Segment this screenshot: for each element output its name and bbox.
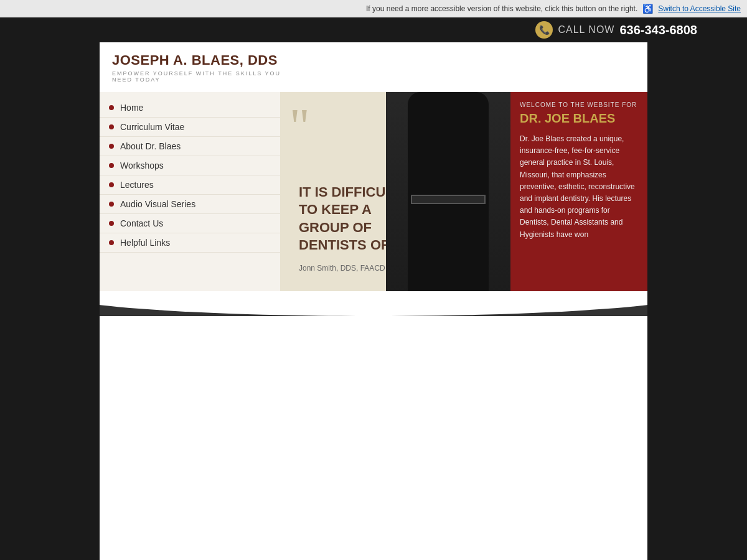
nav-links-label: Helpful Links [120, 238, 170, 248]
nav-home[interactable]: Home [100, 98, 280, 118]
nav-cv-label: Curriculum Vitae [120, 122, 184, 132]
right-panel: WELCOME TO THE WEBSITE FOR DR. JOE BLAES… [510, 92, 647, 291]
phone-number[interactable]: 636-343-6808 [619, 23, 697, 37]
doctor-name-heading: DR. JOE BLAES [520, 111, 638, 126]
nav-about[interactable]: About Dr. Blaes [100, 137, 280, 156]
curve-inner [100, 291, 647, 316]
accessibility-bar: If you need a more accessible version of… [0, 0, 747, 17]
nav-bullet [109, 163, 114, 168]
sidebar: Home Curriculum Vitae About Dr. Blaes Wo… [100, 92, 280, 291]
nav-lectures-label: Lectures [120, 180, 154, 190]
nav-audio-visual[interactable]: Audio Visual Series [100, 195, 280, 214]
nav-bullet [109, 240, 114, 245]
nav-bullet [109, 144, 114, 149]
call-label: CALL NOW [558, 24, 614, 35]
nav-audio-label: Audio Visual Series [120, 199, 195, 209]
nav-home-label: Home [120, 103, 143, 113]
accessible-message: If you need a more accessible version of… [366, 4, 637, 13]
curve-divider-top [100, 291, 647, 316]
nav-helpful-links[interactable]: Helpful Links [100, 233, 280, 253]
nav-workshops-label: Workshops [120, 161, 164, 170]
site-title-block: JOSEPH A. BLAES, DDS EMPOWER YOURSELF WI… [112, 52, 286, 83]
site-subtitle: EMPOWER YOURSELF WITH THE SKILLS YOU NEE… [112, 70, 286, 83]
nav-workshops[interactable]: Workshops [100, 156, 280, 175]
nav-about-label: About Dr. Blaes [120, 141, 181, 151]
nav-cv[interactable]: Curriculum Vitae [100, 118, 280, 137]
site-header: JOSEPH A. BLAES, DDS EMPOWER YOURSELF WI… [100, 42, 647, 92]
wheelchair-icon: ♿ [642, 4, 653, 14]
lower-content [100, 316, 647, 560]
nav-bullet [109, 124, 114, 129]
nav-contact-label: Contact Us [120, 218, 163, 228]
phone-icon: 📞 [535, 21, 553, 39]
nav-bullet [109, 202, 114, 207]
call-bar: 📞 CALL NOW 636-343-6808 [0, 17, 747, 42]
bio-text: Dr. Joe Blaes created a unique, insuranc… [520, 133, 638, 241]
main-card: JOSEPH A. BLAES, DDS EMPOWER YOURSELF WI… [100, 42, 647, 316]
doctor-image [386, 92, 510, 291]
switch-accessible-link[interactable]: Switch to Accessible Site [658, 4, 741, 13]
nav-contact[interactable]: Contact Us [100, 214, 280, 233]
nav-bullet [109, 221, 114, 226]
nav-lectures[interactable]: Lectures [100, 175, 280, 195]
doc-body [408, 92, 489, 291]
welcome-label: WELCOME TO THE WEBSITE FOR [520, 101, 638, 108]
nav-bullet [109, 182, 114, 187]
nav-bullet [109, 105, 114, 110]
open-quote-mark: " [289, 101, 310, 151]
doc-belt [411, 195, 486, 204]
doctor-silhouette [386, 92, 510, 291]
hero-area: " IT IS DIFFICULT TO KEEP A GROUP OF DEN… [280, 92, 510, 291]
site-title: JOSEPH A. BLAES, DDS [112, 52, 286, 68]
content-area: Home Curriculum Vitae About Dr. Blaes Wo… [100, 92, 647, 291]
